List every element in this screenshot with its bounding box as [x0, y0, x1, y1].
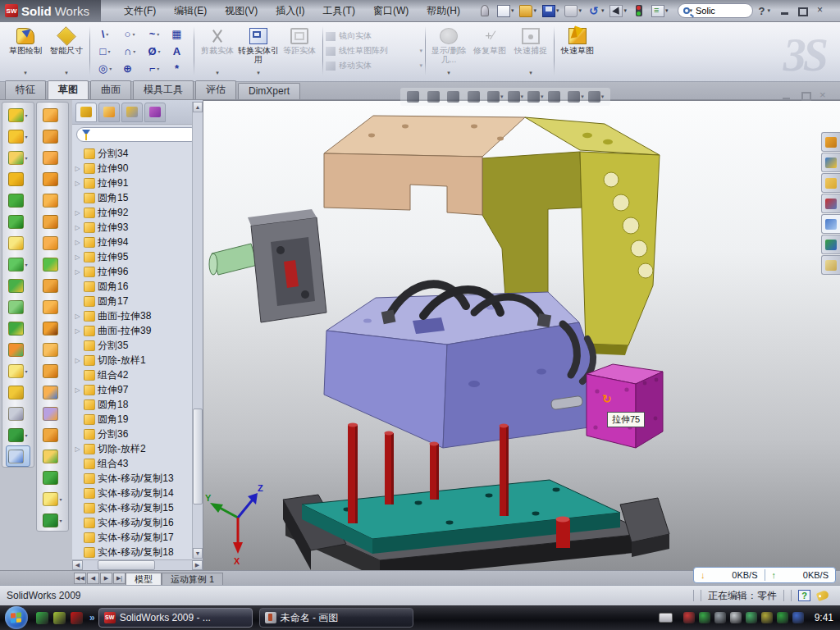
tree-item[interactable]: ▷ 拉伸90	[74, 161, 203, 176]
tray-icon[interactable]	[792, 612, 804, 623]
tree-item[interactable]: ▷ 实体-移动/复制16	[74, 515, 203, 530]
surface-tool-button[interactable]: ▾	[43, 147, 62, 168]
configurationmanager-tab[interactable]	[121, 103, 143, 122]
expand-arrow-icon[interactable]: ▷	[74, 209, 81, 217]
print-button[interactable]: ▾	[563, 3, 583, 19]
expand-arrow-icon[interactable]: ▷	[74, 313, 81, 320]
undo-button[interactable]: ↺▾	[586, 3, 606, 19]
surface-tool-button[interactable]: ▾	[43, 360, 62, 381]
tray-icon[interactable]	[683, 612, 695, 623]
sketch-button[interactable]: 草图绘制▾	[5, 25, 46, 77]
expand-arrow-icon[interactable]: ▷	[74, 224, 81, 231]
keyboard-layout-icon[interactable]	[659, 613, 673, 623]
rapid-sketch-button[interactable]: 快速草图	[557, 25, 598, 77]
view-tool-button[interactable]: ▾	[487, 91, 504, 103]
tree-item[interactable]: ▷ 圆角15	[74, 190, 203, 205]
tree-item[interactable]: ▷ 拉伸96	[74, 264, 203, 279]
view-tool-button[interactable]: ▾	[508, 91, 524, 103]
view-tool-button[interactable]: ▾	[548, 91, 564, 103]
dimxpertmanager-tab[interactable]	[144, 103, 166, 122]
filter-input[interactable]	[76, 127, 199, 142]
tree-item[interactable]: ▷ 圆角18	[74, 397, 203, 412]
smart-dimension-button[interactable]: 智能尺寸▾	[46, 25, 87, 77]
expand-arrow-icon[interactable]: ▷	[74, 268, 81, 276]
feature-tool-button[interactable]: ▾	[8, 104, 27, 126]
menu-item[interactable]: 窗口(W)	[365, 2, 417, 21]
view-tool-button[interactable]: ▾	[447, 91, 463, 103]
tree-item[interactable]: ▷ 分割35	[74, 338, 203, 353]
tree-item[interactable]: ▷ 实体-移动/复制18	[74, 545, 203, 559]
tag-icon[interactable]	[816, 590, 830, 601]
feature-tool-button[interactable]: ▾	[8, 189, 27, 211]
propertymanager-tab[interactable]	[98, 103, 120, 122]
quick-tips-icon[interactable]: ?	[798, 590, 810, 601]
surface-tool-button[interactable]: ▾	[43, 104, 62, 126]
sketch-entity-button[interactable]: A▾	[167, 43, 191, 60]
taskbar-window-solidworks[interactable]: SW SolidWorks 2009 - ...	[98, 608, 253, 628]
tray-icon[interactable]	[714, 612, 726, 623]
surface-tool-button[interactable]: ▾	[43, 317, 62, 339]
move-entities-button[interactable]: 移动实体▾	[326, 59, 422, 73]
surface-tool-button[interactable]: ▾	[43, 275, 62, 296]
mirror-entities-button[interactable]: 镜向实体	[326, 30, 422, 43]
expand-arrow-icon[interactable]: ▷	[74, 386, 81, 394]
expand-arrow-icon[interactable]: ▷	[74, 180, 81, 187]
scroll-down-button[interactable]: ▼	[193, 548, 203, 559]
scrollbar-thumb[interactable]	[193, 409, 203, 504]
ribbon-tab[interactable]: 特征	[5, 80, 46, 99]
view-tool-button[interactable]: ▾	[588, 91, 605, 103]
feature-tool-button[interactable]: ▾	[8, 168, 27, 189]
tree-item[interactable]: ▷ 组合42	[74, 368, 203, 382]
tray-icon[interactable]	[761, 612, 773, 623]
surface-tool-button[interactable]: ▾	[43, 296, 62, 317]
menu-item[interactable]: 编辑(E)	[166, 2, 215, 21]
3d-model-assembly[interactable]: ↻	[203, 101, 840, 571]
tab-nav-button[interactable]: ◀◀	[74, 573, 86, 584]
task-pane-tab[interactable]	[821, 132, 840, 152]
feature-tool-button[interactable]: ▾	[8, 275, 27, 296]
feature-tool-button[interactable]: ▾	[8, 296, 27, 317]
task-pane-tab[interactable]	[821, 214, 840, 234]
task-pane-tab[interactable]	[821, 235, 840, 254]
tree-item[interactable]: ▷ 实体-移动/复制13	[74, 471, 203, 486]
feature-tool-button[interactable]: ▾	[8, 211, 27, 232]
tray-icon[interactable]	[746, 612, 757, 623]
sketch-entity-button[interactable]: ▦▾	[167, 25, 191, 43]
ribbon-tab[interactable]: 曲面	[90, 80, 131, 99]
menu-item[interactable]: 视图(V)	[217, 2, 266, 21]
quick-launch-icon[interactable]	[36, 612, 48, 624]
doc-minimize-button[interactable]	[782, 91, 792, 100]
menu-item[interactable]: 文件(F)	[116, 2, 164, 21]
tree-item[interactable]: ▷ 圆角16	[74, 279, 203, 294]
core-insert-part[interactable]	[209, 209, 326, 322]
magenta-block-part[interactable]: ↻	[587, 364, 663, 448]
tree-item[interactable]: ▷ 曲面-拉伸38	[74, 308, 203, 323]
tray-icon[interactable]	[730, 612, 742, 623]
expand-arrow-icon[interactable]: ▷	[74, 357, 81, 364]
menu-item[interactable]: 工具(T)	[315, 2, 363, 21]
expand-arrow-icon[interactable]: ▷	[74, 327, 81, 335]
tree-item[interactable]: ▷ 实体-移动/复制15	[74, 500, 203, 515]
tree-item[interactable]: ▷ 拉伸97	[74, 382, 203, 397]
tree-item[interactable]: ▷ 实体-移动/复制17	[74, 530, 203, 545]
surface-tool-button[interactable]: ▾	[43, 509, 62, 531]
feature-tool-button[interactable]: ▾	[6, 445, 30, 467]
feature-tool-button[interactable]: ▾	[8, 253, 27, 275]
ribbon-tab[interactable]: DimXpert	[238, 83, 300, 99]
expand-arrow-icon[interactable]: ▷	[74, 165, 81, 172]
search-box[interactable]: ▾	[678, 3, 753, 18]
quick-launch-chevron[interactable]: »	[89, 612, 95, 623]
document-tab[interactable]: 运动算例 1	[162, 573, 223, 585]
display-delete-relations-button[interactable]: 显示/删除几...▾	[428, 25, 469, 77]
tree-vertical-scrollbar[interactable]: ▲ ▼	[192, 102, 203, 559]
ribbon-tab[interactable]: 评估	[195, 80, 236, 99]
close-button[interactable]: ×	[815, 6, 825, 16]
tray-icon[interactable]	[699, 612, 710, 623]
options-button[interactable]: ▾	[650, 3, 670, 19]
surface-tool-button[interactable]: ▾	[43, 189, 62, 211]
select-button[interactable]: ▾	[608, 3, 628, 19]
tab-nav-button[interactable]: ▶|	[113, 573, 126, 584]
tree-item[interactable]: ▷ 拉伸94	[74, 235, 203, 249]
expand-arrow-icon[interactable]: ▷	[74, 239, 81, 246]
sketch-entity-button[interactable]: ○▾	[117, 25, 142, 43]
